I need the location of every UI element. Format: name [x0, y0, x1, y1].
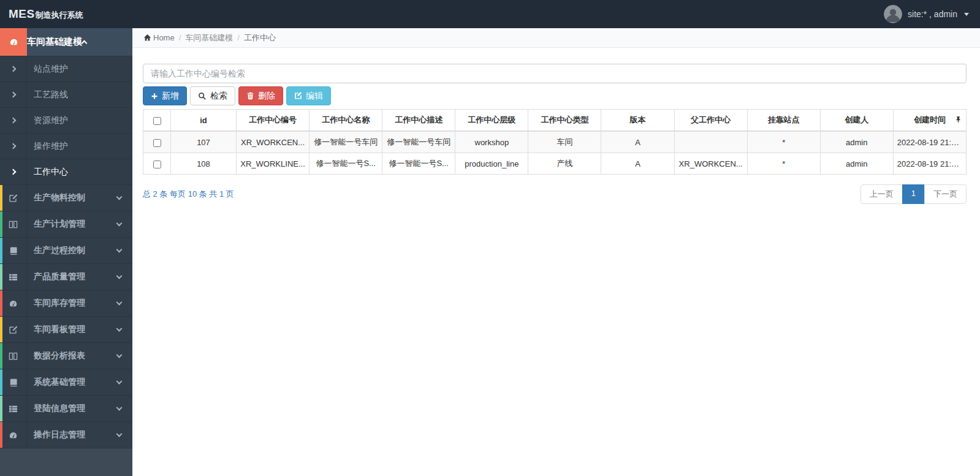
avatar-image	[884, 5, 902, 23]
main-content: Home / 车间基础建模 / 工作中心 新增 检索 删除	[132, 28, 980, 476]
column-header-id[interactable]: id	[171, 110, 237, 132]
select-all-header	[143, 110, 171, 132]
column-header-description[interactable]: 工作中心描述	[382, 110, 455, 132]
sidebar-item-station-maintenance[interactable]: 站点维护	[0, 56, 132, 82]
edit-button[interactable]: 编辑	[286, 86, 331, 105]
sidebar-group-kanban-management[interactable]: 车间看板管理	[0, 317, 132, 343]
sidebar-group-operation-log-management[interactable]: 操作日志管理	[0, 422, 132, 448]
sidebar-group-label: 生产物料控制	[27, 192, 117, 203]
delete-button[interactable]: 删除	[238, 86, 283, 105]
column-header-name[interactable]: 工作中心名称	[310, 110, 382, 132]
book-icon	[9, 378, 18, 387]
sidebar-group-quality-management[interactable]: 产品质量管理	[0, 264, 132, 290]
sidebar-item-label: 操作维护	[27, 141, 132, 152]
add-button[interactable]: 新增	[143, 86, 187, 105]
chevron-down-icon	[116, 247, 123, 253]
sidebar-group-inventory-management[interactable]: 车间库存管理	[0, 290, 132, 317]
column-header-station[interactable]: 挂靠站点	[747, 110, 820, 132]
sidebar-item-label: 工作中心	[27, 167, 132, 178]
chevron-right-icon	[10, 66, 17, 72]
sidebar-group-label: 车间基础建模	[27, 36, 82, 48]
sidebar-item-process-route[interactable]: 工艺路线	[0, 82, 132, 108]
chevron-down-icon	[116, 405, 123, 411]
pagination-next[interactable]: 下一页	[924, 184, 967, 204]
column-header-parent[interactable]: 父工作中心	[674, 110, 747, 132]
sidebar-group-analysis-reports[interactable]: 数据分析报表	[0, 343, 132, 369]
column-header-code[interactable]: 工作中心编号	[237, 110, 310, 132]
chevron-right-icon	[10, 92, 17, 98]
cell-station: *	[747, 131, 820, 153]
cell-creator: admin	[820, 153, 893, 175]
plus-icon	[151, 93, 158, 100]
sidebar-group-material-control[interactable]: 生产物料控制	[0, 185, 132, 211]
toolbar: 新增 检索 删除 编辑	[143, 86, 967, 105]
columns-icon	[9, 220, 18, 229]
book-icon	[9, 246, 18, 255]
chevron-right-icon	[10, 169, 17, 175]
sidebar-item-resource-maintenance[interactable]: 资源维护	[0, 108, 132, 134]
search-input[interactable]	[143, 64, 967, 83]
chevron-right-icon	[10, 143, 17, 149]
dashboard-icon	[9, 431, 18, 440]
app-logo: MES 制造执行系统	[9, 7, 83, 21]
column-header-create-time[interactable]: 创建时间	[893, 110, 966, 132]
column-header-level[interactable]: 工作中心层级	[455, 110, 528, 132]
sidebar-group-label: 系统基础管理	[27, 377, 117, 388]
chevron-down-icon	[116, 431, 123, 437]
accent-strip	[0, 211, 2, 237]
row-checkbox[interactable]	[153, 139, 161, 147]
sidebar-group-process-control[interactable]: 生产过程控制	[0, 238, 132, 264]
active-group-icon-block	[0, 28, 27, 56]
pagination-page-1[interactable]: 1	[902, 184, 925, 204]
pushpin-icon[interactable]	[955, 116, 962, 125]
search-icon	[198, 92, 207, 100]
breadcrumb-home[interactable]: Home	[143, 33, 175, 42]
cell-creator: admin	[820, 131, 893, 153]
table-row[interactable]: 108 XR_WORKLINE... 修一智能一号S... 修一智能一号S...…	[143, 153, 967, 175]
sidebar-group-label: 产品质量管理	[27, 271, 117, 282]
pagination-prev[interactable]: 上一页	[860, 184, 903, 204]
chevron-down-icon	[116, 352, 123, 358]
cell-create-time: 2022-08-19 21:1...	[893, 131, 966, 153]
sidebar-group-plan-management[interactable]: 生产计划管理	[0, 211, 132, 238]
sidebar-group-system-management[interactable]: 系统基础管理	[0, 369, 132, 396]
select-all-checkbox[interactable]	[153, 117, 161, 125]
chevron-down-icon	[116, 273, 123, 279]
th-list-icon	[9, 273, 18, 282]
sidebar-item-work-center[interactable]: 工作中心	[0, 159, 132, 185]
cell-type: 车间	[528, 131, 601, 153]
sidebar-group-label: 生产过程控制	[27, 245, 117, 256]
sidebar-group-login-info-management[interactable]: 登陆信息管理	[0, 396, 132, 422]
column-header-version[interactable]: 版本	[601, 110, 674, 132]
sidebar-group-label: 操作日志管理	[27, 429, 117, 440]
sidebar-group-label: 登陆信息管理	[27, 403, 117, 414]
chevron-down-icon	[116, 221, 123, 227]
column-header-type[interactable]: 工作中心类型	[528, 110, 601, 132]
accent-strip	[0, 290, 2, 316]
search-button[interactable]: 检索	[190, 86, 235, 105]
top-navbar: MES 制造执行系统 site:* , admin	[0, 0, 980, 28]
table-row[interactable]: 107 XR_WORKCEN... 修一智能一号车间 修一智能一号车间 work…	[143, 131, 967, 153]
cell-level: production_line	[455, 153, 528, 175]
cell-description: 修一智能一号S...	[382, 153, 455, 175]
logo-primary: MES	[9, 7, 35, 21]
cell-name: 修一智能一号车间	[310, 131, 382, 153]
sidebar-group-workshop-modeling[interactable]: 车间基础建模	[0, 28, 132, 56]
user-menu[interactable]: site:* , admin	[884, 5, 969, 23]
column-header-creator[interactable]: 创建人	[820, 110, 893, 132]
pagination: 上一页 1 下一页	[860, 184, 967, 204]
cell-type: 产线	[528, 153, 601, 175]
breadcrumb-section[interactable]: 车间基础建模	[185, 32, 233, 43]
dashboard-icon	[9, 37, 18, 47]
mes-app: MES 制造执行系统 site:* , admin 车间基础建模	[0, 0, 980, 476]
chevron-up-icon	[82, 40, 88, 47]
cell-create-time: 2022-08-19 21:1...	[893, 153, 966, 175]
breadcrumb: Home / 车间基础建模 / 工作中心	[132, 28, 980, 48]
accent-strip	[0, 343, 2, 369]
row-checkbox[interactable]	[153, 161, 161, 168]
chevron-right-icon	[10, 118, 17, 124]
logo-secondary: 制造执行系统	[36, 10, 83, 21]
accent-strip	[0, 369, 2, 395]
sidebar-item-operation-maintenance[interactable]: 操作维护	[0, 134, 132, 159]
caret-down-icon	[964, 13, 969, 16]
